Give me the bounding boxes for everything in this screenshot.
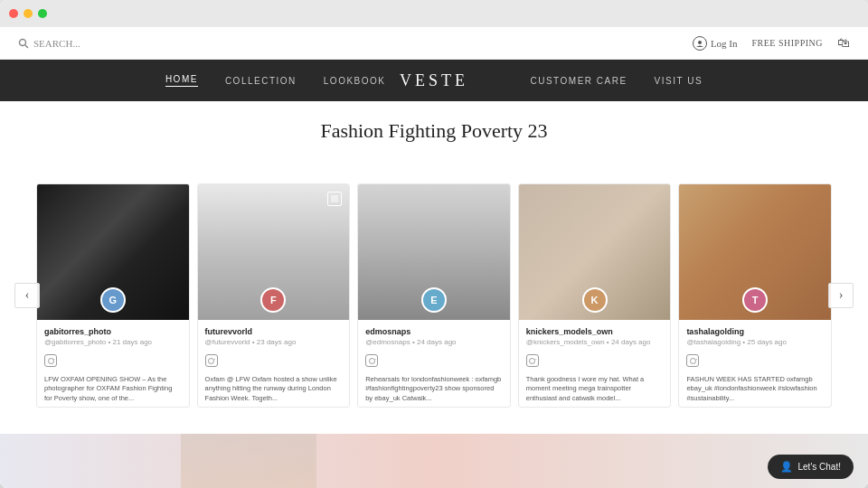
search-placeholder: SEARCH... [33, 38, 80, 49]
card-1-handle: @gabitorres_photo • 21 days ago [44, 338, 182, 346]
card-5-avatar: T [742, 287, 768, 313]
card-3-ig-icon [365, 354, 378, 367]
card-2-caption: Oxfam @ LFW Oxfam hosted a show unlike a… [205, 375, 343, 404]
svg-point-0 [20, 39, 26, 45]
utility-bar: SEARCH... Log In FREE SHIPPING 🛍 [0, 27, 868, 60]
card-2-ig-icon [205, 354, 218, 367]
card-1-ig-icon [44, 354, 57, 367]
card-3: E edmosnaps @edmosnaps • 24 days ago [357, 183, 511, 408]
nav-item-lookbook[interactable]: LOOKBOOK [324, 76, 386, 86]
bottom-section: 👤 Let's Chat! [0, 434, 868, 488]
chat-icon: 👤 [780, 461, 793, 473]
maximize-dot[interactable] [38, 9, 47, 18]
login-area[interactable]: Log In [693, 36, 738, 51]
card-5-ig-row [686, 352, 824, 368]
search-area[interactable]: SEARCH... [18, 38, 80, 49]
card-4-ig-icon [526, 354, 539, 367]
browser-bar [0, 0, 868, 27]
card-3-username: edmosnaps [365, 327, 503, 336]
card-4-ig-row [526, 352, 664, 368]
cart-icon[interactable]: 🛍 [837, 36, 850, 51]
card-2-badge [327, 192, 342, 206]
browser-window: SEARCH... Log In FREE SHIPPING 🛍 [0, 0, 868, 488]
nav-item-collection[interactable]: COLLECTION [225, 76, 297, 86]
card-5-body: tashalagolding @tashalagolding • 25 days… [679, 320, 831, 408]
card-3-avatar: E [421, 287, 447, 313]
card-1-caption: LFW OXFAM OPENING SHOW – As the photogra… [44, 375, 182, 404]
chat-label: Let's Chat! [798, 462, 842, 472]
card-5-ig-icon [686, 354, 699, 367]
card-1-username: gabitorres_photo [44, 327, 182, 336]
page-content: SEARCH... Log In FREE SHIPPING 🛍 [0, 27, 868, 488]
chat-button[interactable]: 👤 Let's Chat! [768, 455, 854, 479]
nav-bar: HOME COLLECTION LOOKBOOK VESTE CUSTOMER … [0, 60, 868, 101]
card-2-ig-row [205, 352, 343, 368]
nav-bar-inner: HOME COLLECTION LOOKBOOK VESTE CUSTOMER … [0, 74, 868, 87]
card-4-avatar: K [582, 287, 608, 313]
card-3-handle: @edmosnaps • 24 days ago [365, 338, 503, 346]
cards-container: G gabitorres_photo @gabitorres_photo • 2… [36, 183, 832, 408]
carousel-arrow-left[interactable]: ‹ [14, 283, 40, 308]
card-4-caption: Thank goodness I wore my hat. What a mom… [526, 375, 664, 404]
card-2: F futurevvorld @futurevvorld • 23 days a… [197, 183, 351, 408]
nav-right: CUSTOMER CARE VISIT US [530, 76, 703, 86]
card-1: G gabitorres_photo @gabitorres_photo • 2… [36, 183, 190, 408]
nav-item-customer-care[interactable]: CUSTOMER CARE [530, 76, 627, 86]
nav-item-home[interactable]: HOME [165, 74, 198, 87]
card-4: K knickers_models_own @knickers_models_o… [518, 183, 672, 408]
card-5-image: T [679, 184, 831, 320]
minimize-dot[interactable] [24, 9, 33, 18]
card-1-image: G [37, 184, 189, 320]
search-icon [18, 38, 29, 49]
card-2-avatar: F [260, 287, 286, 313]
bottom-decorative-image [181, 434, 316, 488]
card-2-image: F [198, 184, 350, 320]
card-1-body: gabitorres_photo @gabitorres_photo • 21 … [37, 320, 189, 408]
card-3-ig-row [365, 352, 503, 368]
nav-left: HOME COLLECTION LOOKBOOK [165, 74, 386, 87]
card-4-username: knickers_models_own [526, 327, 664, 336]
nav-logo: VESTE [400, 71, 468, 90]
svg-line-1 [25, 45, 28, 48]
card-3-caption: Rehearsals for londonfashionweek : oxfam… [365, 375, 503, 404]
carousel-arrow-right[interactable]: › [828, 283, 854, 308]
card-2-username: futurevvorld [205, 327, 343, 336]
card-3-body: edmosnaps @edmosnaps • 24 days ago Rehea… [358, 320, 510, 408]
card-3-image: E [358, 184, 510, 320]
utility-right: Log In FREE SHIPPING 🛍 [693, 36, 850, 51]
card-4-body: knickers_models_own @knickers_models_own… [519, 320, 671, 408]
user-icon [693, 36, 707, 51]
card-1-ig-row [44, 352, 182, 368]
card-2-handle: @futurevvorld • 23 days ago [205, 338, 343, 346]
card-4-image: K [519, 184, 671, 320]
free-shipping-label: FREE SHIPPING [752, 38, 823, 48]
card-5-username: tashalagolding [686, 327, 824, 336]
card-5: T tashalagolding @tashalagolding • 25 da… [678, 183, 832, 408]
main-content: Fashion Fighting Poverty 23 ‹ G gabitorr… [0, 101, 868, 488]
carousel-wrapper: ‹ G gabitorres_photo @gabitorres_photo • [0, 157, 868, 434]
close-dot[interactable] [9, 9, 18, 18]
nav-item-visit-us[interactable]: VISIT US [655, 76, 703, 86]
card-4-handle: @knickers_models_own • 24 days ago [526, 338, 664, 346]
login-label: Log In [711, 38, 738, 49]
card-5-caption: FASHUN WEEK HAS STARTED oxfamgb ebay_uk … [686, 375, 824, 404]
card-1-avatar: G [100, 287, 126, 313]
card-5-handle: @tashalagolding • 25 days ago [686, 338, 824, 346]
section-title: Fashion Fighting Poverty 23 [0, 119, 868, 143]
card-2-body: futurevvorld @futurevvorld • 23 days ago… [198, 320, 350, 408]
svg-point-2 [698, 41, 702, 44]
